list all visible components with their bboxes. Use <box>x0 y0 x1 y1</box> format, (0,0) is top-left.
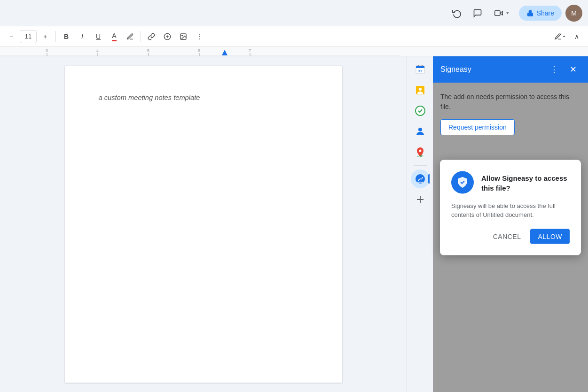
dialog-body: Signeasy will be able to access the full… <box>451 201 570 219</box>
share-label: Share <box>537 9 554 17</box>
svg-text:7: 7 <box>249 48 251 53</box>
bold-button[interactable]: B <box>59 29 74 44</box>
document-body-text: a custom meeting notes template <box>99 94 308 101</box>
pencil-tool-button[interactable] <box>552 29 568 44</box>
signeasy-panel: Signeasy ⋮ ✕ The add-on needs permission… <box>433 56 588 392</box>
italic-button[interactable]: I <box>75 29 90 44</box>
svg-point-29 <box>418 128 422 131</box>
dialog-allow-button[interactable]: ALLOW <box>530 229 570 244</box>
svg-text:6: 6 <box>198 48 200 53</box>
svg-point-7 <box>182 35 183 36</box>
sidebar-icons: 31 <box>407 56 433 392</box>
svg-point-30 <box>419 150 421 152</box>
svg-text:3: 3 <box>46 48 48 53</box>
font-color-button[interactable]: A <box>107 29 122 44</box>
image-button[interactable] <box>176 29 191 44</box>
chat-button[interactable] <box>469 5 486 22</box>
dialog-cancel-button[interactable]: CANCEL <box>487 229 527 244</box>
more-options-button[interactable]: ⋮ <box>192 29 207 44</box>
document-area[interactable]: a custom meeting notes template <box>0 56 407 392</box>
main-area: a custom meeting notes template 31 <box>0 56 588 392</box>
svg-rect-2 <box>527 13 533 16</box>
permission-dialog: Allow Signeasy to access this file? Sign… <box>440 160 581 255</box>
underline-button[interactable]: U <box>91 29 106 44</box>
font-size-display: 11 <box>20 30 37 43</box>
dialog-actions: CANCEL ALLOW <box>451 229 570 244</box>
history-button[interactable] <box>448 5 465 22</box>
collapse-toolbar-button[interactable]: ∧ <box>569 29 584 44</box>
svg-text:5: 5 <box>147 48 149 53</box>
svg-rect-22 <box>416 67 424 68</box>
panel-close-button[interactable]: ✕ <box>565 62 580 77</box>
divider-1 <box>55 31 56 42</box>
svg-marker-0 <box>500 11 502 15</box>
link-button[interactable] <box>144 29 159 44</box>
divider-2 <box>141 31 141 42</box>
increase-font-button[interactable]: + <box>38 29 53 44</box>
insert-button[interactable] <box>160 29 175 44</box>
svg-text:4: 4 <box>96 48 99 53</box>
highlight-button[interactable] <box>123 29 138 44</box>
dialog-shield-icon <box>451 171 474 193</box>
format-toolbar: − 11 + B I U A <box>0 26 588 47</box>
svg-text:31: 31 <box>418 69 422 73</box>
contacts-icon-button[interactable] <box>411 81 430 100</box>
video-call-button[interactable] <box>490 6 515 20</box>
dialog-header: Allow Signeasy to access this file? <box>451 171 570 193</box>
calendar-icon-button[interactable]: 31 <box>411 60 430 79</box>
svg-marker-19 <box>222 50 227 55</box>
avatar[interactable]: M <box>565 5 582 22</box>
panel-permission-message: The add-on needs permission to access th… <box>440 92 580 112</box>
add-addon-button[interactable] <box>411 190 430 209</box>
panel-header: Signeasy ⋮ ✕ <box>433 56 588 83</box>
svg-point-28 <box>416 106 425 115</box>
svg-point-27 <box>419 88 422 91</box>
signeasy-icon-button[interactable] <box>411 169 430 188</box>
document-page: a custom meeting notes template <box>65 66 342 383</box>
panel-title: Signeasy <box>440 65 471 74</box>
tasks-icon-button[interactable] <box>411 101 430 120</box>
decrease-font-button[interactable]: − <box>4 29 19 44</box>
svg-rect-1 <box>494 10 500 15</box>
top-toolbar: Share M <box>0 0 588 26</box>
people-icon-button[interactable] <box>411 122 430 141</box>
request-permission-button[interactable]: Request permission <box>440 119 515 135</box>
sidebar-divider <box>414 165 427 166</box>
maps-icon-button[interactable] <box>411 143 430 161</box>
ruler: 3 4 5 6 7 <box>0 47 588 56</box>
share-button[interactable]: Share <box>519 6 562 21</box>
panel-more-button[interactable]: ⋮ <box>547 62 562 77</box>
dialog-title: Allow Signeasy to access this file? <box>481 173 570 192</box>
